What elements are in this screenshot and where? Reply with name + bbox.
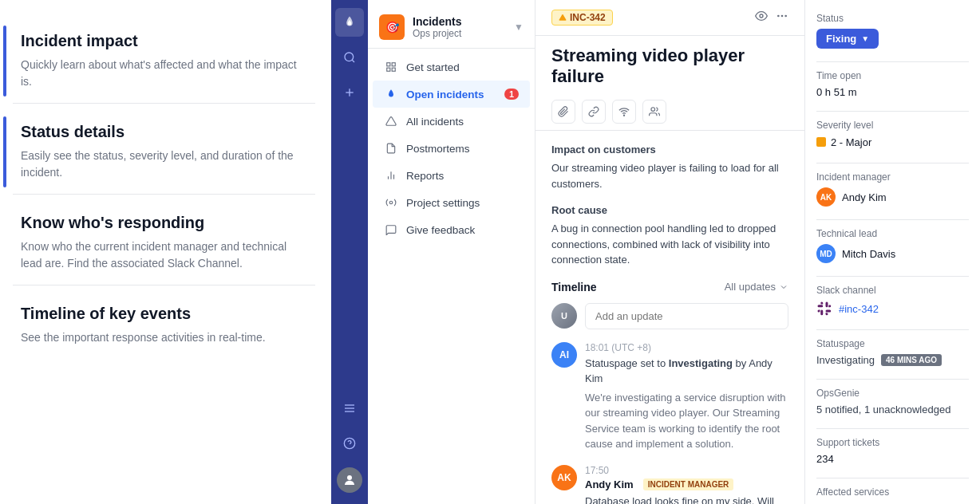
nav-project-header[interactable]: 🎯 Incidents Ops project ▼ xyxy=(368,6,535,49)
svg-point-18 xyxy=(760,14,763,18)
event-author-1: Andy Kim xyxy=(585,478,634,490)
svg-rect-12 xyxy=(392,68,395,71)
sidebar-help-icon[interactable] xyxy=(335,429,364,458)
divider-6 xyxy=(816,329,969,330)
sidebar-menu-icon[interactable] xyxy=(335,394,364,423)
sidebar-item-project-settings[interactable]: Project settings xyxy=(373,189,530,216)
divider-4 xyxy=(816,219,969,220)
card-indicator-2 xyxy=(3,116,6,187)
technical-lead-section: Technical lead MD Mitch Davis xyxy=(816,228,969,263)
divider-1 xyxy=(816,61,969,62)
affected-services-section: Affected services Video player xyxy=(816,486,969,504)
incident-manager-row: AK Andy Kim xyxy=(816,187,969,207)
root-cause-text: A bug in connection pool handling led to… xyxy=(551,221,788,268)
event-time-0: 18:01 (UTC +8) xyxy=(585,342,788,353)
svg-rect-11 xyxy=(392,63,395,66)
technical-lead-row: MD Mitch Davis xyxy=(816,244,969,263)
timeline-update-input[interactable] xyxy=(585,303,788,329)
svg-point-23 xyxy=(651,108,655,112)
sidebar-item-get-started[interactable]: Get started xyxy=(373,53,530,81)
severity-dot-icon xyxy=(816,137,826,147)
sidebar-item-label-give-feedback: Give feedback xyxy=(406,224,475,236)
attachment-button[interactable] xyxy=(551,100,575,124)
event-text-1: Database load looks fine on my side. Wil… xyxy=(585,494,788,505)
sidebar-search-icon[interactable] xyxy=(335,43,364,72)
link-button[interactable] xyxy=(582,100,606,124)
timeline-header: Timeline All updates xyxy=(551,281,788,293)
slack-section: Slack channel #inc-342 xyxy=(816,285,969,317)
card-desc-1: Quickly learn about what's affected and … xyxy=(21,57,307,90)
card-title-3: Know who's responding xyxy=(21,214,307,232)
svg-point-20 xyxy=(781,15,784,18)
event-text-0: Statuspage set to Investigating by Andy … xyxy=(585,356,788,387)
status-button[interactable]: Fixing ▼ xyxy=(816,29,879,49)
svg-point-0 xyxy=(345,53,354,61)
sidebar-fire-icon[interactable] xyxy=(335,8,364,37)
all-incidents-icon xyxy=(384,114,398,128)
feature-card-2: Status details Easily see the status, se… xyxy=(13,110,315,195)
incident-manager-badge: INCIDENT MANAGER xyxy=(643,478,734,490)
sidebar-item-open-incidents[interactable]: Open incidents 1 xyxy=(373,81,530,108)
header-action-icons xyxy=(755,10,788,26)
incident-id-badge: INC-342 xyxy=(551,10,613,26)
sidebar-item-postmortems[interactable]: Postmortems xyxy=(373,135,530,162)
feature-card-3: Know who's responding Know who the curre… xyxy=(13,201,315,285)
nav-chevron-icon: ▼ xyxy=(514,22,524,33)
timeline-filter-dropdown[interactable]: All updates xyxy=(725,281,788,293)
severity-section: Severity level 2 - Major xyxy=(816,120,969,150)
root-cause-label: Root cause xyxy=(551,204,788,216)
feature-card-4: Timeline of key events See the important… xyxy=(13,292,315,359)
timeline-title: Timeline xyxy=(551,281,597,293)
card-title-2: Status details xyxy=(21,123,307,141)
statuspage-row: Investigating 46 MINS AGO xyxy=(816,354,969,366)
nav-project-sub: Ops project xyxy=(413,28,461,39)
slack-channel-link[interactable]: #inc-342 xyxy=(839,303,879,315)
time-open-label: Time open xyxy=(816,70,969,81)
incident-manager-name: Andy Kim xyxy=(842,191,887,203)
wifi-button[interactable] xyxy=(612,100,636,124)
slack-icon xyxy=(816,301,832,317)
sidebar-item-label-reports: Reports xyxy=(406,170,444,182)
divider-5 xyxy=(816,276,969,277)
event-author-row-1: Andy Kim INCIDENT MANAGER xyxy=(585,478,788,490)
sidebar-item-all-incidents[interactable]: All incidents xyxy=(373,108,530,135)
card-title-1: Incident impact xyxy=(21,32,307,50)
sidebar-item-give-feedback[interactable]: Give feedback xyxy=(373,216,530,243)
left-cards-panel: Incident impact Quickly learn about what… xyxy=(0,0,331,504)
svg-point-9 xyxy=(347,475,352,480)
svg-point-21 xyxy=(784,15,787,18)
svg-point-17 xyxy=(389,201,393,204)
current-user-avatar: U xyxy=(551,303,577,329)
give-feedback-icon xyxy=(384,222,398,237)
right-panel: Status Fixing ▼ Time open 0 h 51 m Sever… xyxy=(804,0,980,504)
timeline-input-row: U xyxy=(551,303,788,329)
technical-lead-avatar: MD xyxy=(816,244,836,263)
statuspage-time-badge: 46 MINS AGO xyxy=(881,354,942,366)
support-tickets-label: Support tickets xyxy=(816,437,969,448)
divider-7 xyxy=(816,379,969,380)
main-incident-area: INC-342 Streaming video player failure xyxy=(535,0,804,504)
opsgenie-section: OpsGenie 5 notified, 1 unacknowledged xyxy=(816,388,969,415)
watch-icon[interactable] xyxy=(755,10,768,26)
statuspage-label: Statuspage xyxy=(816,338,969,349)
card-desc-3: Know who the current incident manager an… xyxy=(21,238,307,272)
status-value: Fixing xyxy=(826,33,856,45)
slack-label: Slack channel xyxy=(816,285,969,296)
sidebar-item-reports[interactable]: Reports xyxy=(373,162,530,189)
open-incidents-badge: 1 xyxy=(504,89,519,100)
more-options-icon[interactable] xyxy=(776,10,788,26)
affected-services-label: Affected services xyxy=(816,486,969,498)
event-time-1: 17:50 xyxy=(585,465,788,476)
event-body-1: 17:50 Andy Kim INCIDENT MANAGER Database… xyxy=(585,465,788,505)
users-button[interactable] xyxy=(642,100,666,124)
svg-rect-13 xyxy=(387,68,390,71)
nav-project-icon: 🎯 xyxy=(379,14,405,40)
svg-rect-10 xyxy=(387,63,390,66)
sidebar-add-icon[interactable] xyxy=(335,78,364,107)
sidebar-user-avatar[interactable] xyxy=(337,467,362,493)
incident-body: Impact on customers Our streaming video … xyxy=(535,131,804,504)
nav-panel: 🎯 Incidents Ops project ▼ Get started Op… xyxy=(368,0,535,504)
divider-2 xyxy=(816,111,969,112)
slack-row: #inc-342 xyxy=(816,301,969,317)
opsgenie-label: OpsGenie xyxy=(816,388,969,399)
